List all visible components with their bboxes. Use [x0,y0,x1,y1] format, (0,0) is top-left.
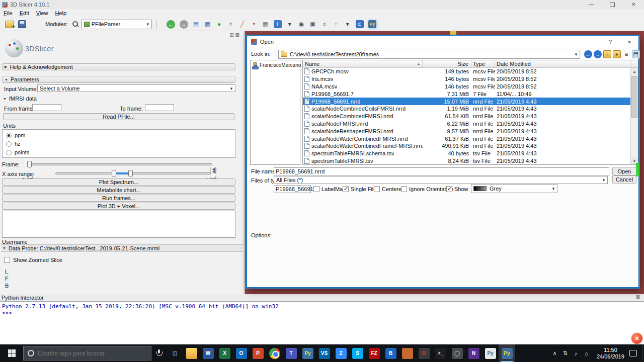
crosshair-icon[interactable]: + [227,20,234,29]
teams-icon[interactable]: T [283,344,299,362]
input-volume-combobox[interactable]: Select a Volume [37,84,235,92]
new-folder-icon[interactable]: + [613,50,621,58]
file-row[interactable]: scalarNodeCombinedFMRSI.nrrd 61,54 KiB n… [303,113,638,120]
points-radio[interactable] [6,150,12,155]
file-row[interactable]: spectrumTableFMRSI.schema.tsv 40 bytes t… [303,150,638,157]
ruler-icon[interactable]: ╱ [239,20,246,29]
taskbar-clock[interactable]: 11:50 24/06/2019 [597,347,624,360]
file-row[interactable]: Ins.mcsv 146 bytes mcsv File 20/05/2019 … [303,75,638,83]
window-layout-icon[interactable]: ▦ [262,20,269,29]
markups-dropdown-icon[interactable]: ▾ [286,20,293,29]
color-table-combobox[interactable]: Grey [471,184,557,193]
dialog-help-button[interactable]: ? [606,38,614,46]
terminal-icon[interactable]: >_ [432,344,449,362]
file-name-input[interactable]: P19968_56691.nrrd [274,167,609,175]
metabolite-chart-button[interactable]: Metabolite chart... [2,187,235,194]
file-explorer-icon[interactable] [183,344,200,362]
extensions-icon[interactable]: E [356,20,364,28]
zoom-icon[interactable]: Z [333,344,349,362]
forward-icon[interactable]: → [594,50,602,58]
taskbar-search[interactable] [23,346,151,360]
single-file-checkbox[interactable] [343,186,349,192]
read-pfile-button[interactable]: Read PFile... [3,113,234,120]
node-name-input[interactable]: P19968_56691 [274,185,311,193]
close-button[interactable] [623,0,644,9]
show-checkbox[interactable] [446,186,452,192]
look-in-combobox[interactable]: C:\dev\0.test\slicerTest\test20frames [278,50,580,59]
x-range-max-handle[interactable] [128,170,133,176]
onenote-icon[interactable]: N [465,344,482,362]
network-icon[interactable]: ⌂ [581,344,592,362]
skype-icon[interactable]: S [349,344,366,362]
dialog-close-button[interactable] [625,38,633,46]
error-log-icon[interactable]: × [631,333,642,344]
word-icon[interactable]: W [200,344,216,362]
parameters-section[interactable]: ▼ Parameters [2,76,235,83]
column-header-type[interactable]: Type [471,60,495,67]
layout-icon[interactable]: ▤ [193,20,200,29]
markups-icon[interactable]: T [274,20,282,28]
column-header-size[interactable]: Size [423,60,471,67]
scroll-up-icon[interactable]: ▲ [631,68,638,75]
bluetooth-icon[interactable]: B [382,344,399,362]
open-button[interactable]: Open [612,167,636,175]
hidden-icons-chevron-icon[interactable]: ∧ [549,344,560,362]
data-probe-section[interactable]: ▼ Data Probe: C:/dev/0.test/slicerTest..… [1,244,244,252]
filezilla-icon[interactable]: FZ [366,344,382,362]
screen-capture-icon[interactable]: ● [216,20,223,29]
python-idle-icon[interactable]: Py [482,344,499,362]
module-search-icon[interactable] [72,21,79,28]
frame-slider-track[interactable] [28,163,212,165]
file-row[interactable]: scalarNodeCombinedCoilsFMRSI.nrrd 1,19 M… [303,105,638,113]
scrollbar-thumb[interactable] [631,76,637,118]
menu-item[interactable]: Help [51,9,70,18]
task-view-icon[interactable]: ◫ [167,344,183,362]
menu-item[interactable]: View [33,9,52,18]
excel-icon[interactable]: X [216,344,233,362]
four-up-view-icon[interactable]: ▦ [204,20,211,29]
file-row[interactable]: P19968_56691.7 7,31 MiB 7 File 11/04/...… [303,90,638,98]
vertical-scrollbar[interactable]: ▲ ▼ [630,68,638,164]
notification-center-icon[interactable] [629,350,637,356]
x-range-min-handle[interactable] [112,170,116,176]
output-textbox[interactable] [2,211,235,238]
add-dropdown-icon[interactable]: ▾ [344,20,351,29]
python-console-icon[interactable]: Py [368,20,376,28]
show-desktop-button[interactable] [642,344,644,362]
load-data-icon[interactable] [5,21,14,28]
ignore-orientation-checkbox[interactable] [401,186,407,192]
files-of-type-combobox[interactable]: All Files (*) [274,176,608,184]
chrome-icon[interactable] [266,344,283,362]
maximize-button[interactable] [602,0,623,9]
file-row[interactable]: scalarNodeWaterCombinedFMRSI.nrrd 61,37 … [303,135,638,142]
fiducial-icon[interactable]: • [251,20,258,29]
file-row[interactable]: scalarNodeReshapedFMRSI.nrrd 9,57 MiB nr… [303,127,638,135]
volume-icon[interactable]: ♪ [571,344,581,362]
frame-spinbox[interactable]: 1 ▲▼ [215,167,216,174]
search-input[interactable] [38,350,138,357]
ppm-radio[interactable] [6,133,12,138]
show-zoomed-slice-checkbox[interactable] [4,257,10,263]
file-row[interactable]: GPCPCh.mcsv 149 bytes mcsv File 20/05/20… [303,68,638,75]
compare-view-icon[interactable]: ▣ [309,20,316,29]
start-button[interactable] [0,344,23,362]
file-row[interactable]: NAA.mcsv 146 bytes mcsv File 20/05/2019 … [303,83,638,90]
slicer-python-active-icon[interactable]: Py [499,344,515,362]
radeon-icon[interactable]: R [416,344,432,362]
file-row[interactable]: scalarNodeFMRSI.nrrd 6,22 MiB nrrd File … [303,120,638,128]
microphone-icon[interactable] [156,349,162,357]
detail-view-icon[interactable]: ▤ [632,50,640,58]
plot-3d-voxel-button[interactable]: Plot 3D + Voxel... [2,203,235,210]
fmrsi-section[interactable]: ▼ fMRSI data [3,96,37,102]
x-range-slider-track[interactable] [55,172,211,174]
history-forward-icon[interactable]: → [180,20,188,29]
save-data-icon[interactable] [18,20,26,28]
file-row[interactable]: scalarNodeWaterCombinedFrameFMRSI.nrrd 4… [303,142,638,150]
magnify-icon[interactable]: ○ [321,20,328,29]
add-model-icon[interactable]: + [333,20,340,29]
column-header-name[interactable]: Name [303,60,423,67]
from-frame-input[interactable] [32,104,61,111]
labelmap-checkbox[interactable] [313,186,319,192]
menu-item[interactable]: Edit [16,9,33,18]
python-icon[interactable]: Py [299,344,316,362]
